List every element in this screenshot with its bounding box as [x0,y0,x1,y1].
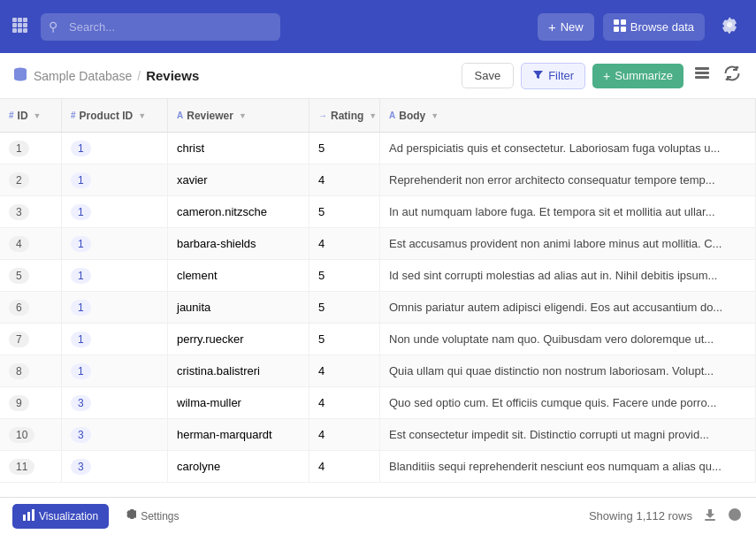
table-row[interactable]: 6 1 jaunita 5 Omnis pariatur autem adipi… [0,292,756,324]
cell-product-id: 1 [62,196,168,227]
settings-gear-button[interactable] [714,12,745,42]
col-header-id[interactable]: # ID ▼ [0,99,62,132]
table-row[interactable]: 1 1 christ 5 Ad perspiciatis quis et con… [0,133,756,164]
browse-data-button[interactable]: Browse data [603,13,705,41]
col-header-rating[interactable]: → Rating ▼ [309,99,380,132]
table-row[interactable]: 8 1 cristina.balistreri 4 Quia ullam qui… [0,355,756,387]
cell-body: Est consectetur impedit sit. Distinctio … [380,419,756,450]
app-grid-icon[interactable] [11,16,28,38]
cell-id: 5 [0,260,62,291]
col-id-arrow: ▼ [34,111,42,120]
product-id-badge: 1 [71,268,91,284]
search-wrapper: ⚲ [41,13,280,41]
svg-rect-11 [614,27,619,32]
table-row[interactable]: 7 1 perry.ruecker 5 Non unde voluptate n… [0,324,756,355]
col-reviewer-arrow: ▼ [239,111,247,120]
summarize-button[interactable]: + Summarize [592,64,683,88]
cell-rating: 4 [309,228,380,259]
svg-rect-19 [32,509,34,521]
search-input[interactable] [41,13,280,41]
toolbar: Sample Database / Reviews Save Filter + … [0,53,756,99]
table-row[interactable]: 9 3 wilma-muller 4 Quo sed optio cum. Et… [0,387,756,419]
filter-button[interactable]: Filter [521,63,585,89]
cell-id: 2 [0,164,62,195]
cell-reviewer: jaunita [168,292,309,323]
svg-rect-0 [12,18,17,22]
svg-rect-12 [621,27,626,32]
table-row[interactable]: 5 1 clement 5 Id sed sint corrupti moles… [0,260,756,292]
table-row[interactable]: 4 1 barbara-shields 4 Est accusamus prov… [0,228,756,260]
svg-rect-18 [27,512,30,521]
cell-rating: 5 [309,260,380,291]
cell-rating: 4 [309,419,380,450]
id-col-icon: # [9,111,14,120]
svg-rect-5 [23,23,27,27]
body-col-icon: A [389,111,395,120]
new-button[interactable]: + New [538,13,594,41]
visualization-icon [23,509,34,523]
svg-rect-9 [614,19,619,25]
cell-rating: 4 [309,387,380,418]
breadcrumb: Sample Database / Reviews [12,66,453,86]
product-id-badge: 1 [71,300,91,316]
product-id-col-icon: # [71,111,76,120]
cell-reviewer: cameron.nitzsche [168,196,309,227]
cell-id: 1 [0,133,62,164]
svg-rect-4 [18,23,22,27]
cell-reviewer: herman-marquardt [168,419,309,450]
cell-product-id: 3 [62,451,168,482]
id-badge: 11 [9,459,34,475]
cell-product-id: 1 [62,292,168,323]
id-badge: 8 [9,363,29,379]
grid-icon [614,19,626,34]
cell-reviewer: perry.ruecker [168,324,309,355]
save-button[interactable]: Save [462,63,515,88]
cell-rating: 5 [309,196,380,227]
tab-settings[interactable]: Settings [114,504,189,529]
col-header-body[interactable]: A Body ▼ [380,99,756,132]
cell-body: Id sed sint corrupti molestias ad alias … [380,260,756,291]
plus-icon: + [548,19,556,34]
tab-visualization-label: Visualization [39,510,98,523]
product-id-badge: 1 [71,141,91,156]
product-id-badge: 1 [71,204,91,220]
svg-rect-17 [23,515,26,521]
svg-rect-3 [12,23,17,27]
cell-body: Non unde voluptate nam quo. Quibusdam ve… [380,324,756,355]
table-row[interactable]: 2 1 xavier 4 Reprehenderit non error arc… [0,164,756,196]
product-id-badge: 3 [71,459,91,475]
table-row[interactable]: 11 3 carolyne 4 Blanditiis sequi reprehe… [0,451,756,483]
product-id-badge: 1 [71,236,91,252]
cell-product-id: 1 [62,355,168,386]
breadcrumb-db[interactable]: Sample Database [34,69,132,83]
tab-visualization[interactable]: Visualization [12,504,109,529]
col-header-reviewer[interactable]: A Reviewer ▼ [168,99,309,132]
toolbar-actions: Save Filter + Summarize [462,62,744,89]
cell-reviewer: cristina.balistreri [168,355,309,386]
product-id-badge: 3 [71,395,91,411]
alert-button[interactable] [726,506,744,527]
cell-reviewer: carolyne [168,451,309,482]
navbar: ⚲ + New Browse data [0,0,756,53]
table-row[interactable]: 10 3 herman-marquardt 4 Est consectetur … [0,419,756,451]
cell-rating: 5 [309,133,380,164]
cell-body: Omnis pariatur autem adipisci eligendi. … [380,292,756,323]
cell-rating: 5 [309,292,380,323]
table-body: 1 1 christ 5 Ad perspiciatis quis et con… [0,133,756,497]
download-button[interactable] [701,506,719,527]
cell-id: 6 [0,292,62,323]
cell-id: 9 [0,387,62,418]
col-reviewer-label: Reviewer [187,110,233,122]
cell-product-id: 3 [62,387,168,418]
row-view-button[interactable] [691,62,714,89]
product-id-badge: 1 [71,172,91,188]
col-rating-label: Rating [331,110,363,122]
id-badge: 3 [9,204,29,220]
svg-rect-6 [12,28,17,33]
reviewer-col-icon: A [177,111,183,120]
refresh-button[interactable] [721,62,744,89]
col-header-product-id[interactable]: # Product ID ▼ [62,99,168,132]
svg-rect-8 [23,28,27,33]
table-row[interactable]: 3 1 cameron.nitzsche 5 In aut numquam la… [0,196,756,228]
database-icon [12,66,28,86]
